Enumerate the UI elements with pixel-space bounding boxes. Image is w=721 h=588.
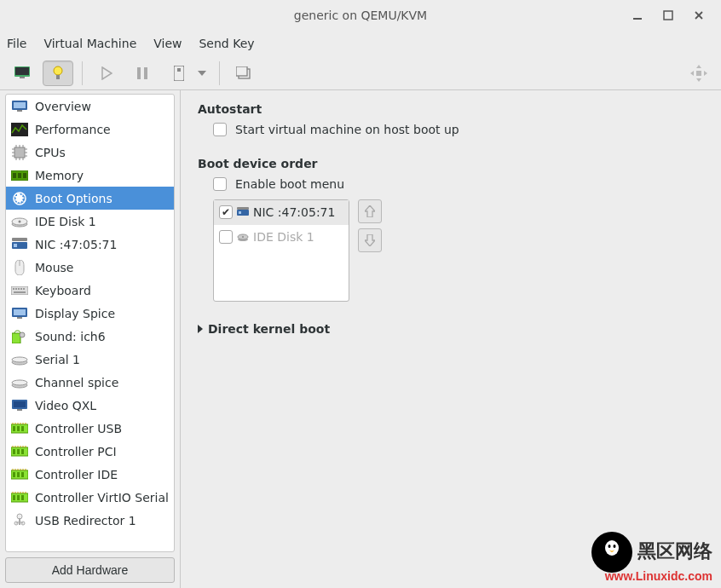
boot-move-down-button[interactable] — [358, 228, 382, 252]
svg-rect-24 — [17, 110, 22, 112]
enable-boot-menu-checkbox[interactable] — [213, 177, 227, 191]
hardware-sidebar[interactable]: OverviewPerformanceCPUsMemoryBoot Option… — [5, 94, 175, 552]
svg-rect-102 — [17, 495, 20, 500]
titlebar: generic on QEMU/KVM — [0, 0, 721, 31]
sidebar-item-memory[interactable]: Memory — [6, 164, 174, 187]
monitor-icon — [14, 66, 30, 79]
toolbar-separator — [82, 61, 83, 85]
sidebar-item-label: Video QXL — [35, 399, 96, 412]
svg-rect-23 — [14, 102, 26, 108]
svg-point-121 — [242, 236, 244, 238]
menubar: File Virtual Machine View Send Key — [0, 31, 721, 56]
boot-device-row[interactable]: IDE Disk 1 — [214, 225, 349, 250]
boot-device-checkbox[interactable] — [219, 230, 233, 244]
sidebar-item-icon — [11, 466, 28, 483]
power-icon — [174, 66, 184, 81]
console-view-button[interactable] — [7, 61, 37, 86]
autostart-checkbox[interactable] — [213, 123, 227, 136]
boot-device-row[interactable]: NIC :47:05:71 — [214, 200, 349, 225]
svg-marker-122 — [365, 205, 375, 217]
svg-rect-82 — [17, 449, 20, 454]
sidebar-item-serial-1[interactable]: Serial 1 — [6, 348, 174, 371]
svg-rect-56 — [23, 288, 25, 290]
autostart-label: Start virtual machine on host boot up — [235, 123, 459, 136]
sidebar-item-label: Boot Options — [35, 192, 112, 205]
sidebar-item-label: USB Redirector 1 — [35, 514, 136, 527]
boot-device-label: NIC :47:05:71 — [253, 205, 335, 219]
boot-device-label: IDE Disk 1 — [253, 230, 314, 244]
sidebar-item-controller-ide[interactable]: Controller IDE — [6, 463, 174, 486]
snapshot-button[interactable] — [228, 61, 259, 86]
sidebar-item-usb-redirector-1[interactable]: USB Redirector 1 — [6, 509, 174, 532]
menu-view[interactable]: View — [153, 37, 182, 50]
sidebar-item-label: Sound: ich6 — [35, 330, 106, 343]
svg-rect-92 — [17, 472, 20, 477]
shutdown-button[interactable] — [163, 61, 193, 86]
sidebar-item-label: Controller VirtIO Serial — [35, 491, 169, 504]
sidebar-item-controller-pci[interactable]: Controller PCI — [6, 440, 174, 463]
sidebar-item-nic-47-05-71[interactable]: NIC :47:05:71 — [6, 233, 174, 256]
sidebar-item-sound-ich6[interactable]: Sound: ich6 — [6, 325, 174, 348]
menu-file[interactable]: File — [7, 37, 26, 50]
sidebar-item-ide-disk-1[interactable]: IDE Disk 1 — [6, 210, 174, 233]
play-icon — [101, 66, 112, 80]
boot-device-list[interactable]: NIC :47:05:71IDE Disk 1 — [213, 199, 349, 302]
autostart-row[interactable]: Start virtual machine on host boot up — [198, 123, 704, 136]
sidebar-item-display-spice[interactable]: Display Spice — [6, 302, 174, 325]
sidebar-item-channel-spice[interactable]: Channel spice — [6, 371, 174, 394]
svg-rect-73 — [21, 426, 24, 431]
direct-kernel-boot-expander[interactable]: Direct kernel boot — [198, 322, 704, 336]
boot-order-title: Boot device order — [198, 157, 704, 170]
sidebar-item-performance[interactable]: Performance — [6, 118, 174, 141]
enable-boot-menu-row[interactable]: Enable boot menu — [198, 177, 704, 191]
sidebar-item-video-qxl[interactable]: Video QXL — [6, 394, 174, 417]
sidebar-item-mouse[interactable]: Mouse — [6, 256, 174, 279]
add-hardware-button[interactable]: Add Hardware — [5, 557, 175, 583]
minimize-button[interactable] — [632, 10, 643, 20]
pause-button[interactable] — [127, 61, 158, 86]
menu-virtual-machine[interactable]: Virtual Machine — [43, 37, 136, 50]
content: OverviewPerformanceCPUsMemoryBoot Option… — [0, 90, 721, 588]
svg-rect-11 — [144, 67, 147, 79]
sidebar-item-icon — [11, 121, 28, 138]
details-view-button[interactable] — [43, 61, 73, 86]
svg-rect-83 — [21, 449, 24, 454]
sidebar-item-icon — [11, 397, 28, 414]
svg-rect-68 — [14, 401, 26, 407]
sidebar-item-keyboard[interactable]: Keyboard — [6, 279, 174, 302]
sidebar-item-label: Serial 1 — [35, 353, 80, 366]
sidebar-item-icon — [11, 512, 28, 529]
svg-rect-49 — [12, 238, 27, 241]
shutdown-menu-arrow[interactable] — [193, 61, 211, 86]
sidebar-item-cpus[interactable]: CPUs — [6, 141, 174, 164]
window-title: generic on QEMU/KVM — [0, 9, 721, 22]
svg-rect-57 — [14, 291, 26, 293]
svg-rect-54 — [18, 288, 20, 290]
sidebar-item-boot-options[interactable]: Boot Options — [6, 187, 174, 210]
sidebar-item-icon — [11, 374, 28, 391]
sidebar-item-icon — [11, 167, 28, 184]
sidebar-item-controller-usb[interactable]: Controller USB — [6, 417, 174, 440]
sidebar-item-overview[interactable]: Overview — [6, 95, 174, 118]
sidebar-item-icon — [11, 305, 28, 322]
boot-device-checkbox[interactable] — [219, 205, 233, 219]
svg-marker-20 — [704, 71, 707, 76]
menu-send-key[interactable]: Send Key — [199, 37, 254, 50]
svg-rect-21 — [696, 71, 701, 76]
sidebar-item-label: Channel spice — [35, 376, 118, 389]
sidebar-item-label: Controller PCI — [35, 445, 117, 458]
svg-rect-42 — [23, 173, 26, 178]
sidebar-item-icon — [11, 236, 28, 253]
disk-icon — [236, 230, 250, 244]
arrow-down-icon — [365, 234, 375, 246]
autostart-section: Autostart Start virtual machine on host … — [198, 102, 704, 136]
svg-marker-17 — [696, 65, 701, 68]
sidebar-item-controller-virtio-serial[interactable]: Controller VirtIO Serial — [6, 486, 174, 509]
maximize-button[interactable] — [663, 10, 673, 20]
run-button[interactable] — [91, 61, 122, 86]
send-key-indicator[interactable] — [684, 61, 714, 86]
close-button[interactable] — [694, 10, 704, 20]
boot-move-up-button[interactable] — [358, 199, 382, 223]
svg-rect-5 — [15, 67, 29, 75]
svg-rect-12 — [174, 66, 184, 81]
